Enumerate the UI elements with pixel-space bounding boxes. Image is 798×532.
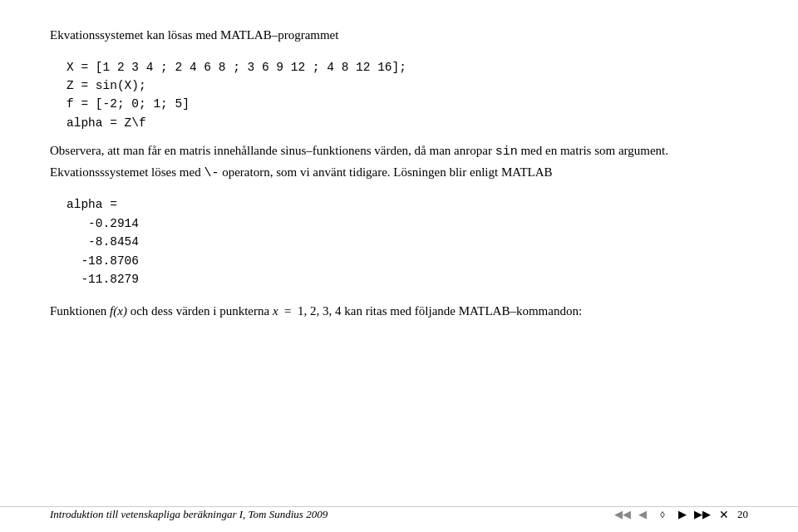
conclusion-paragraph: Funktionen f(x) och dess värden i punkte… (50, 301, 748, 321)
code-block: X = [1 2 3 4 ; 2 4 6 8 ; 3 6 9 12 ; 4 8 … (66, 58, 748, 133)
footer-citation: Introduktion till vetenskapliga beräknin… (50, 508, 328, 521)
nav-diamond-button[interactable]: ◊ (654, 507, 671, 522)
nav-prev-button[interactable]: ◀ (634, 507, 651, 522)
code-line-4: alpha = Z\f (66, 114, 748, 132)
close-button[interactable]: ✕ (719, 508, 729, 522)
nav-last-button[interactable]: ▶▶ (694, 507, 711, 522)
matlab-output-block: alpha = -0.2914 -8.8454 -18.8706 -11.827… (66, 195, 748, 288)
nav-first-button[interactable]: ◀◀ (614, 507, 631, 522)
code-line-3: f = [-2; 0; 1; 5] (66, 95, 748, 113)
code-line-2: Z = sin(X); (66, 76, 748, 95)
intro-text: Ekvationssystemet kan lösas med MATLAB–p… (50, 28, 338, 42)
footer-nav-area: ◀◀ ◀ ◊ ▶ ▶▶ ✕ 20 (614, 507, 748, 522)
matlab-output-val-4: -11.8279 (66, 270, 748, 288)
matlab-output-label: alpha = (66, 195, 748, 214)
footer: Introduktion till vetenskapliga beräknin… (0, 506, 798, 522)
matlab-output-val-3: -18.8706 (66, 252, 748, 270)
matlab-output-val-1: -0.2914 (66, 214, 748, 233)
intro-heading: Ekvationssystemet kan lösas med MATLAB–p… (50, 25, 748, 47)
nav-next-button[interactable]: ▶ (674, 507, 691, 522)
navigation-controls: ◀◀ ◀ ◊ ▶ ▶▶ (614, 507, 711, 522)
matlab-output-val-2: -8.8454 (66, 233, 748, 251)
page-content: Ekvationssystemet kan lösas med MATLAB–p… (0, 0, 798, 349)
code-line-1: X = [1 2 3 4 ; 2 4 6 8 ; 3 6 9 12 ; 4 8 … (66, 58, 748, 76)
page-number: 20 (737, 508, 748, 521)
observation-paragraph: Observera, att man får en matris innehål… (50, 140, 748, 184)
